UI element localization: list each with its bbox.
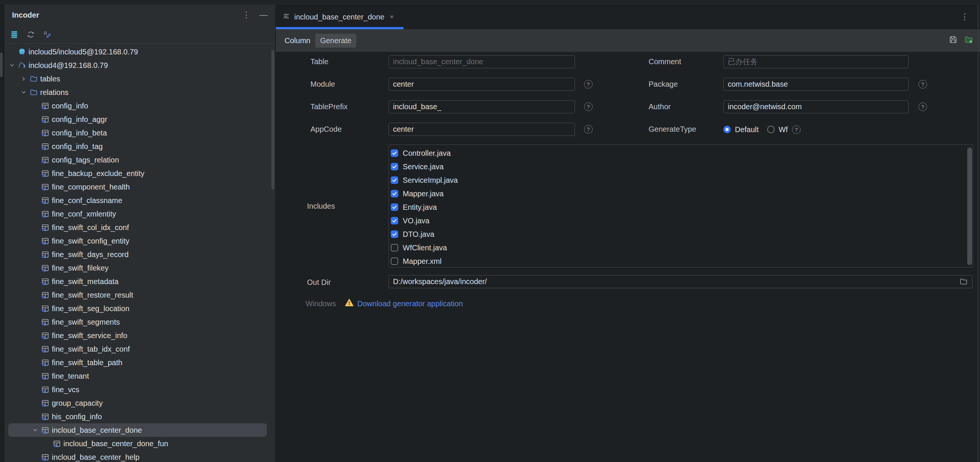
tool-window-minimize-icon[interactable]: — bbox=[259, 10, 267, 20]
tree-row[interactable]: config_info bbox=[5, 99, 275, 113]
comment-input[interactable]: 已办任务 bbox=[723, 55, 909, 68]
outdir-input[interactable]: D:/workspaces/java/incoder/ bbox=[388, 275, 972, 288]
tree-row[interactable]: his_config_info bbox=[5, 410, 275, 423]
tree-row[interactable]: fine_swift_tab_idx_conf bbox=[5, 342, 275, 356]
module-help-icon[interactable]: ? bbox=[584, 80, 593, 89]
tree-item-label: fine_backup_exclude_entity bbox=[52, 169, 145, 178]
tree-row[interactable]: fine_swift_filekey bbox=[5, 261, 275, 275]
tableprefix-input[interactable]: incloud_base_ bbox=[388, 100, 575, 113]
tree-row[interactable]: fine_vcs bbox=[5, 383, 275, 396]
checkbox[interactable] bbox=[391, 163, 398, 170]
author-help-icon[interactable]: ? bbox=[918, 102, 927, 111]
tree-row[interactable]: incloud4@192.168.0.79 bbox=[5, 59, 275, 72]
generated-folder-icon[interactable] bbox=[965, 36, 973, 46]
chevron-icon[interactable] bbox=[29, 427, 41, 433]
table-icon bbox=[41, 143, 49, 150]
module-input[interactable]: center bbox=[388, 78, 575, 91]
tree-item-label: incloud_base_center_done bbox=[52, 426, 142, 435]
author-label: Author bbox=[649, 102, 671, 111]
table-icon bbox=[41, 318, 49, 326]
mysql-icon bbox=[18, 62, 26, 69]
tab-title: incloud_base_center_done bbox=[294, 13, 384, 21]
folder-icon bbox=[30, 89, 38, 96]
generatetype-help-icon[interactable]: ? bbox=[792, 125, 800, 134]
checkbox[interactable] bbox=[391, 190, 398, 198]
tree-row[interactable]: incloud5/incloud5@192.168.0.79 bbox=[5, 45, 275, 59]
tree-row[interactable]: fine_swift_config_entity bbox=[5, 234, 275, 248]
refresh-icon[interactable] bbox=[27, 30, 35, 39]
tableprefix-help-icon[interactable]: ? bbox=[584, 102, 593, 111]
database-icon[interactable] bbox=[10, 30, 18, 39]
tree-row[interactable]: config_info_beta bbox=[5, 126, 275, 140]
tab-generate[interactable]: Generate bbox=[315, 34, 356, 48]
include-option-label: WfClient.java bbox=[403, 244, 447, 252]
tree-row[interactable]: fine_conf_classname bbox=[5, 194, 275, 207]
chevron-icon[interactable] bbox=[18, 90, 30, 95]
tree-row[interactable]: tables bbox=[5, 72, 275, 86]
editor-nav-bar: Column Generate bbox=[276, 29, 980, 52]
tree-row[interactable]: fine_swift_service_info bbox=[5, 329, 275, 342]
tree-row[interactable]: fine_swift_table_path bbox=[5, 356, 275, 369]
table-icon bbox=[41, 332, 49, 340]
tree-row[interactable]: config_info_tag bbox=[5, 140, 275, 153]
tree-item-label: fine_swift_segments bbox=[52, 318, 120, 327]
tree-row[interactable]: relations bbox=[5, 86, 275, 99]
tree-item-label: fine_swift_config_entity bbox=[52, 237, 129, 245]
tree-row[interactable]: incloud_base_center_done bbox=[8, 423, 267, 437]
table-icon bbox=[41, 129, 49, 137]
browse-folder-icon[interactable] bbox=[960, 278, 967, 287]
appcode-input[interactable]: center bbox=[388, 123, 575, 136]
tree-row[interactable]: fine_swift_segments bbox=[5, 315, 275, 329]
tree-row[interactable]: fine_component_health bbox=[5, 180, 275, 194]
rename-icon[interactable]: R bbox=[43, 30, 51, 39]
tree-row[interactable]: fine_swift_seg_location bbox=[5, 302, 275, 315]
tree-item-label: incloud4@192.168.0.79 bbox=[29, 61, 108, 70]
checkbox[interactable] bbox=[391, 150, 398, 157]
table-icon bbox=[41, 210, 49, 218]
package-help-icon[interactable]: ? bbox=[918, 80, 927, 89]
tool-window-options-icon[interactable]: ⋮ bbox=[242, 11, 250, 19]
tree-row[interactable]: group_capacity bbox=[5, 396, 275, 410]
table-input[interactable]: incloud_base_center_done bbox=[388, 55, 575, 68]
chevron-icon[interactable] bbox=[18, 76, 30, 81]
table-icon bbox=[41, 170, 49, 177]
tree-row[interactable]: config_info_aggr bbox=[5, 113, 275, 126]
radio-wf[interactable] bbox=[767, 126, 775, 133]
checkbox[interactable] bbox=[391, 258, 398, 265]
download-generator-link[interactable]: Download generator application bbox=[357, 300, 463, 308]
tab-incloud-base-center-done[interactable]: incloud_base_center_done × bbox=[276, 5, 404, 29]
stripe-button[interactable] bbox=[0, 53, 3, 77]
table-icon bbox=[41, 453, 49, 461]
tree-row[interactable]: incloud_base_center_done_fun bbox=[5, 437, 275, 450]
checkbox[interactable] bbox=[391, 177, 398, 184]
table-icon bbox=[41, 224, 49, 231]
table-label: Table bbox=[310, 57, 328, 66]
radio-default[interactable] bbox=[723, 126, 731, 133]
tree-row[interactable]: fine_swift_col_idx_conf bbox=[5, 221, 275, 234]
tree-row[interactable]: fine_conf_xmlentity bbox=[5, 207, 275, 221]
chevron-icon[interactable] bbox=[6, 63, 18, 68]
tree-scrollbar[interactable] bbox=[271, 50, 274, 190]
tool-window-stripe bbox=[0, 5, 5, 462]
checkbox[interactable] bbox=[391, 217, 398, 225]
editor-options-icon[interactable]: ⋮ bbox=[961, 5, 969, 29]
includes-scrollbar[interactable] bbox=[967, 148, 972, 265]
tree-row[interactable]: fine_backup_exclude_entity bbox=[5, 167, 275, 180]
checkbox[interactable] bbox=[391, 204, 398, 211]
tree-row[interactable]: fine_swift_days_record bbox=[5, 248, 275, 261]
tree-row[interactable]: incloud_base_center_help bbox=[5, 450, 275, 462]
checkbox[interactable] bbox=[391, 231, 398, 238]
tree-item-label: fine_conf_xmlentity bbox=[52, 210, 116, 218]
tab-column[interactable]: Column bbox=[285, 37, 310, 45]
tab-close-icon[interactable]: × bbox=[390, 13, 394, 21]
include-option: Mapper.xml bbox=[391, 255, 973, 268]
appcode-help-icon[interactable]: ? bbox=[584, 125, 593, 134]
tree-row[interactable]: fine_swift_metadata bbox=[5, 275, 275, 288]
tree-row[interactable]: config_tags_relation bbox=[5, 153, 275, 167]
save-icon[interactable] bbox=[949, 36, 957, 45]
package-input[interactable]: com.netwisd.base bbox=[723, 78, 909, 91]
checkbox[interactable] bbox=[391, 244, 398, 252]
tree-row[interactable]: fine_swift_restore_result bbox=[5, 288, 275, 302]
tree-row[interactable]: fine_tenant bbox=[5, 369, 275, 383]
author-input[interactable]: incoder@netwisd.com bbox=[723, 100, 909, 113]
